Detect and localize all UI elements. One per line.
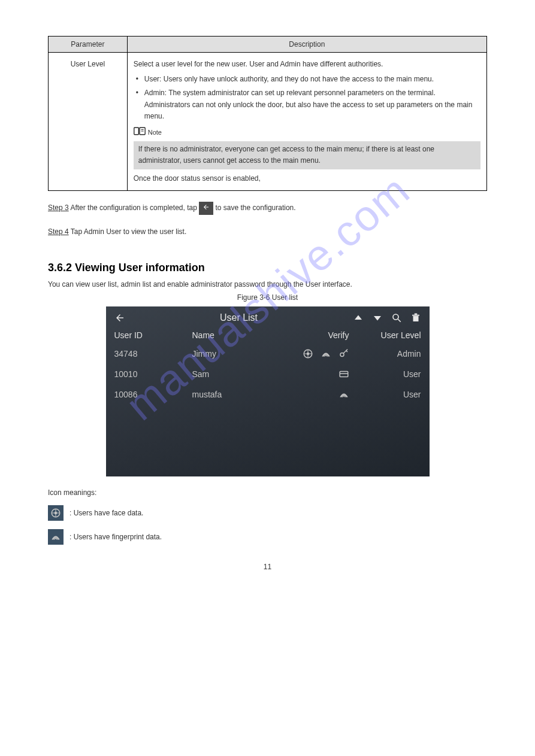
- page-number: 11: [48, 563, 487, 571]
- ss-col-userid: User ID: [114, 330, 192, 340]
- desc-intro: Select a user level for the new user. Us…: [134, 59, 480, 70]
- td-description: Select a user level for the new user. Us…: [127, 53, 486, 191]
- step3-tail: to save the configuration.: [216, 204, 296, 212]
- meaning-fp-text: : Users have fingerprint data.: [69, 533, 162, 541]
- row-level: User: [361, 369, 421, 379]
- fingerprint-icon: [338, 389, 349, 400]
- table-row[interactable]: 34748 Jimmy Admin: [106, 344, 430, 364]
- ss-back-icon[interactable]: [114, 312, 125, 323]
- svg-rect-7: [412, 315, 419, 316]
- row-level: Admin: [361, 349, 421, 359]
- figure-caption: Figure 3-6 User list: [48, 293, 487, 302]
- svg-line-13: [346, 351, 347, 352]
- note-highlight: If there is no administrator, everyone c…: [134, 141, 480, 169]
- ss-delete-icon[interactable]: [410, 312, 421, 323]
- step3-text: After the configuration is completed, ta…: [70, 204, 197, 212]
- fingerprint-icon: [48, 529, 64, 545]
- fingerprint-icon: [321, 348, 331, 359]
- step4-text: Tap Admin User to view the user list.: [71, 227, 186, 236]
- desc-tail: Once the door status sensor is enabled,: [134, 173, 480, 184]
- table-row[interactable]: 10086 mustafa User: [106, 384, 430, 405]
- step4-label: Step 4: [48, 227, 69, 236]
- meaning-fingerprint: : Users have fingerprint data.: [48, 529, 487, 545]
- ss-col-verify: Verify: [270, 330, 361, 340]
- td-parameter: User Level: [49, 53, 128, 191]
- table-row[interactable]: 10010 Sam User: [106, 364, 430, 384]
- ss-down-icon[interactable]: [372, 312, 383, 323]
- face-icon: [303, 348, 313, 359]
- svg-point-17: [55, 512, 58, 515]
- desc-user: User: Users only have unlock authority, …: [134, 74, 480, 85]
- back-arrow-icon: [199, 202, 213, 215]
- desc-admin: Admin: The system administrator can set …: [134, 87, 480, 122]
- section-heading: 3.6.2 Viewing User information: [48, 262, 487, 274]
- face-icon: [48, 505, 64, 521]
- svg-rect-8: [414, 314, 417, 315]
- row-id: 34748: [114, 349, 192, 359]
- step-3: Step 3 After the configuration is comple…: [48, 202, 487, 215]
- meanings-intro: Icon meanings:: [48, 488, 487, 497]
- meaning-face: : Users have face data.: [48, 505, 487, 521]
- svg-line-5: [398, 320, 401, 323]
- svg-rect-0: [134, 127, 139, 135]
- note-icon: [134, 127, 146, 139]
- ss-search-icon[interactable]: [391, 312, 402, 323]
- note-label: Note: [148, 127, 162, 138]
- svg-point-10: [306, 353, 309, 356]
- svg-point-4: [393, 314, 398, 320]
- card-icon: [338, 369, 349, 379]
- step-4: Step 4 Tap Admin User to view the user l…: [48, 226, 487, 238]
- meaning-face-text: : Users have face data.: [69, 509, 143, 517]
- ss-title: User List: [125, 312, 353, 323]
- svg-point-11: [340, 353, 344, 357]
- svg-rect-6: [413, 316, 418, 321]
- row-id: 10010: [114, 369, 192, 379]
- section-body: You can view user list, admin list and e…: [48, 280, 487, 289]
- step3-label: Step 3: [48, 204, 69, 212]
- row-name: mustafa: [192, 390, 270, 399]
- row-level: User: [361, 390, 421, 399]
- th-description: Description: [127, 37, 486, 53]
- row-name: Jimmy: [192, 349, 270, 359]
- ss-up-icon[interactable]: [353, 312, 364, 323]
- param-table: Parameter Description User Level Select …: [48, 36, 487, 191]
- user-list-screenshot: User List User ID Name Verify User Level…: [106, 306, 430, 476]
- ss-col-level: User Level: [361, 330, 421, 340]
- key-icon: [338, 348, 349, 359]
- row-id: 10086: [114, 390, 192, 399]
- ss-col-name: Name: [192, 330, 270, 340]
- th-parameter: Parameter: [49, 37, 128, 53]
- row-name: Sam: [192, 369, 270, 379]
